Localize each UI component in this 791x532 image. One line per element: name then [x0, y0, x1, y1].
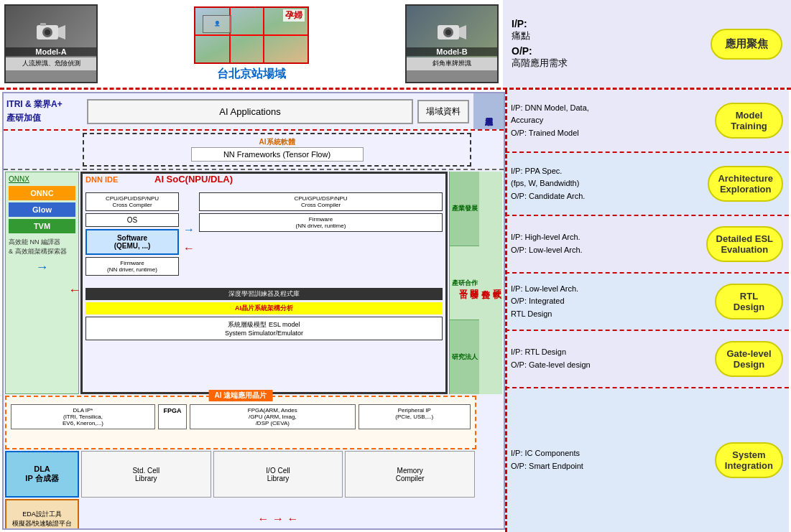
- top-ip-value: 痛點: [512, 29, 702, 42]
- rp-5-ip: I/P: RTL Design: [511, 347, 566, 356]
- focus-badge: 應用聚焦: [711, 29, 782, 60]
- dnn-soc-area: DNN IDE AI SoC(NPU/DLA) CPU/GPU/DSP/NPUC…: [80, 172, 448, 394]
- rp-2-ipop: I/P: PPA Spec.(fps, W, Bandwidth) O/P: C…: [511, 165, 702, 203]
- rp-badge-4: RTLDesign: [715, 284, 783, 319]
- std-cell-box: Std. CellLibrary: [81, 451, 211, 498]
- svg-rect-4: [40, 23, 46, 26]
- dnn-ide-title: DNN IDE: [85, 175, 118, 184]
- right-panel: I/P: DNN Model, Data,Accuracy O/P: Train…: [505, 90, 789, 532]
- top-op-label: O/P:: [512, 45, 702, 57]
- ai-chip-vert: AI晶片軟硬整合開發平台: [479, 172, 502, 394]
- rp-row-2: I/P: PPA Spec.(fps, W, Bandwidth) O/P: C…: [505, 153, 789, 216]
- rp-2-ip: I/P: PPA Spec.(fps, W, Bandwidth): [511, 167, 579, 188]
- model-b-box: Model-B 斜角車牌辨識: [405, 4, 499, 83]
- memory-compiler-box: MemoryCompiler: [345, 451, 475, 498]
- io-cell-box: I/O CellLibrary: [213, 451, 343, 498]
- rp-1-op: O/P: Trained Model: [511, 129, 579, 137]
- itri-label: ITRI & 業界A+產研加值: [6, 98, 82, 125]
- target-chips-row: DLA IP*(ITRI, Tensilica,EV6, Kneron,...)…: [11, 404, 471, 429]
- eda-label: EDA設計工具模擬器/快速驗證平台: [12, 510, 73, 528]
- rp-5-op: O/P: Gate-level design: [511, 360, 591, 369]
- os-1: OS: [85, 213, 179, 227]
- top-banner: Model-A 人流辨識、危險偵測 孕婦 👤 台北京站場域: [0, 0, 791, 90]
- ai-sw-inner: AI系統軟體 NN Frameworks (Tensor Flow): [83, 133, 471, 167]
- pregnant-label: 孕婦: [283, 9, 305, 22]
- compiler-desc: 高效能 NN 編譯器& 高效能架構探索器: [9, 238, 75, 256]
- taipei-label: 台北京站場域: [217, 67, 286, 82]
- top-op-value: 高階應用需求: [512, 57, 702, 70]
- rp-4-ip: I/P: Low-level Arch.: [511, 284, 578, 293]
- model-b-label: Model-B: [407, 47, 497, 56]
- eda-arrows: ← → ←: [81, 499, 475, 530]
- ai-sw-title: AI系統軟體: [90, 137, 464, 147]
- model-a-box: Model-A 人流辨識、危險偵測: [4, 4, 98, 83]
- chips-area: ONNX ONNC Glow TVM 高效能 NN 編譯器& 高效能架構探索器 …: [5, 172, 502, 394]
- model-b-desc: 斜角車牌辨識: [407, 57, 497, 70]
- rp-1-ip: I/P: DNN Model, Data,Accuracy: [511, 103, 589, 125]
- rp-3-ip: I/P: High-level Arch.: [511, 233, 580, 241]
- rp-3-ipop: I/P: High-level Arch. O/P: Low-level Arc…: [511, 231, 700, 256]
- dnn-top-content: CPU/GPU/DSP/NPUCross Compiler OS Softwar…: [85, 192, 443, 286]
- svg-marker-3: [58, 25, 65, 39]
- main-wrapper: Model-A 人流辨識、危險偵測 孕婦 👤 台北京站場域: [0, 0, 791, 532]
- libraries-row: Std. CellLibrary I/O CellLibrary MemoryC…: [81, 451, 475, 498]
- rp-row-4: I/P: Low-level Arch. O/P: IntegratedRTL …: [505, 274, 789, 331]
- cross-compiler-1: CPU/GPU/DSP/NPUCross Compiler: [85, 192, 179, 211]
- rp-6-op: O/P: Smart Endpoint: [511, 462, 583, 470]
- ai-sw-row: AI系統軟體 NN Frameworks (Tensor Flow): [4, 131, 504, 170]
- software-box: Software(QEMU, ...): [85, 229, 179, 255]
- svg-point-7: [445, 29, 451, 35]
- ai-apps-inner: AI Applications 場域資料: [83, 93, 473, 129]
- ai-target-title: AI 遠端應用晶片: [209, 390, 273, 401]
- cross-compiler-2: CPU/GPU/DSP/NPUCross Compiler: [199, 192, 443, 211]
- rp-badge-2: ArchitectureExploration: [708, 166, 783, 202]
- rp-6-ipop: I/P: IC Components O/P: Smart Endpoint: [511, 447, 709, 472]
- onnc-box: ONNC: [9, 186, 75, 200]
- rp-badge-5: Gate-levelDesign: [715, 341, 783, 377]
- model-b-image: Model-B: [407, 6, 497, 57]
- right-top-banner: I/P: 痛點 O/P: 高階應用需求 應用聚焦: [503, 0, 791, 88]
- taipei-field-area: 孕婦 👤 台北京站場域: [103, 6, 399, 82]
- arrow-left-dnn: ←: [68, 283, 81, 298]
- svg-point-2: [45, 29, 50, 35]
- dla-box: DLAIP 合成器: [5, 451, 79, 498]
- rp-4-ipop: I/P: Low-level Arch. O/P: IntegratedRTL …: [511, 283, 709, 321]
- red-line-h: [195, 34, 307, 36]
- ai-target-area: AI 遠端應用晶片 DLA IP*(ITRI, Tensilica,EV6, K…: [5, 396, 476, 449]
- gpu-box: FPGA(ARM, Andes/GPU (ARM, Imag,/DSP (CEV…: [190, 404, 356, 429]
- glow-box: Glow: [9, 202, 75, 217]
- rp-3-op: O/P: Low-level Arch.: [511, 246, 583, 254]
- sys-app-header: 系統應用: [473, 93, 504, 129]
- rp-row-1: I/P: DNN Model, Data,Accuracy O/P: Train…: [505, 90, 789, 153]
- model-a-image: Model-A: [6, 6, 96, 57]
- tag-research: 研究法人: [450, 320, 479, 394]
- ai-analysis-bar: AI晶片系統架構分析: [85, 302, 443, 314]
- left-top-banner: Model-A 人流辨識、危險偵測 孕婦 👤 台北京站場域: [0, 0, 503, 88]
- sw-right-space: [473, 131, 504, 169]
- sw-spacer: [4, 131, 83, 169]
- itri-text: ITRI & 業界A+產研加值: [6, 99, 63, 123]
- eda-row: EDA設計工具模擬器/快速驗證平台 ← → ←: [5, 499, 502, 530]
- eda-box: EDA設計工具模擬器/快速驗證平台: [5, 499, 79, 530]
- middle-arrows: → ←: [182, 192, 196, 286]
- arrow-right-green: →: [9, 260, 75, 275]
- red-line-v2: [263, 8, 264, 62]
- person-silhouette: 👤: [203, 15, 231, 33]
- rp-4-op: O/P: IntegratedRTL Design: [511, 297, 565, 318]
- right-top-ip-op: I/P: 痛點 O/P: 高階應用需求: [512, 18, 702, 70]
- rp-badge-3: Detailed ESLEvaluation: [706, 226, 783, 262]
- svg-marker-8: [459, 25, 466, 39]
- nn-framework-box: NN Frameworks (Tensor Flow): [191, 147, 364, 162]
- rp-row-3: I/P: High-level Arch. O/P: Low-level Arc…: [505, 216, 789, 274]
- rp-row-6: I/P: IC Components O/P: Smart Endpoint S…: [505, 388, 789, 532]
- field-data-box: 場域資料: [417, 100, 469, 123]
- rp-6-ip: I/P: IC Components: [511, 449, 580, 457]
- dla-ip-box: DLA IP*(ITRI, Tensilica,EV6, Kneron,...): [11, 404, 155, 429]
- peripheral-box: Peripheral IP(PCIe, USB,...): [359, 404, 471, 429]
- firmware-1: Firmware(NN driver, runtime): [85, 257, 179, 276]
- rp-2-op: O/P: Candidate Arch.: [511, 192, 585, 200]
- camera-b-icon: [434, 19, 470, 45]
- dla-label: DLAIP 合成器: [25, 465, 58, 484]
- model-a-label: Model-A: [6, 47, 96, 56]
- esl-box: 系統層級模型 ESL modelSystem Simulator/Emulato…: [85, 317, 443, 340]
